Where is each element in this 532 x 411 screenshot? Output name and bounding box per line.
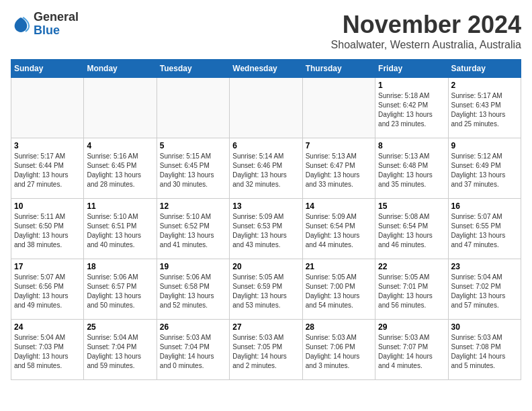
page-header: General Blue November 2024 Shoalwater, W… xyxy=(11,11,521,51)
table-row: 8Sunrise: 5:13 AM Sunset: 6:48 PM Daylig… xyxy=(375,138,448,199)
table-row: 26Sunrise: 5:03 AM Sunset: 7:04 PM Dayli… xyxy=(157,320,229,380)
day-info: Sunrise: 5:03 AM Sunset: 7:07 PM Dayligh… xyxy=(378,333,445,371)
table-row: 25Sunrise: 5:04 AM Sunset: 7:04 PM Dayli… xyxy=(84,320,157,380)
day-info: Sunrise: 5:17 AM Sunset: 6:44 PM Dayligh… xyxy=(14,152,81,189)
day-number: 26 xyxy=(160,322,226,332)
day-info: Sunrise: 5:06 AM Sunset: 6:58 PM Dayligh… xyxy=(160,273,226,310)
day-number: 23 xyxy=(451,262,518,271)
table-row: 3Sunrise: 5:17 AM Sunset: 6:44 PM Daylig… xyxy=(11,138,84,199)
day-number: 13 xyxy=(232,201,299,211)
location-title: Shoalwater, Western Australia, Australia xyxy=(331,39,521,51)
header-wednesday: Wednesday xyxy=(230,60,302,78)
day-number: 17 xyxy=(14,262,81,271)
day-info: Sunrise: 5:07 AM Sunset: 6:56 PM Dayligh… xyxy=(14,273,81,310)
day-info: Sunrise: 5:13 AM Sunset: 6:48 PM Dayligh… xyxy=(378,152,445,189)
day-number: 15 xyxy=(378,201,445,211)
header-saturday: Saturday xyxy=(448,60,521,78)
day-info: Sunrise: 5:05 AM Sunset: 6:59 PM Dayligh… xyxy=(232,273,299,310)
table-row xyxy=(157,78,229,138)
table-row: 22Sunrise: 5:05 AM Sunset: 7:01 PM Dayli… xyxy=(375,259,448,320)
day-number: 28 xyxy=(306,322,372,332)
day-number: 7 xyxy=(306,141,372,150)
day-info: Sunrise: 5:10 AM Sunset: 6:51 PM Dayligh… xyxy=(87,212,153,250)
table-row: 4Sunrise: 5:16 AM Sunset: 6:45 PM Daylig… xyxy=(84,138,157,199)
table-row: 30Sunrise: 5:03 AM Sunset: 7:08 PM Dayli… xyxy=(448,320,521,380)
day-number: 24 xyxy=(14,322,81,332)
day-info: Sunrise: 5:09 AM Sunset: 6:54 PM Dayligh… xyxy=(306,212,372,250)
table-row: 20Sunrise: 5:05 AM Sunset: 6:59 PM Dayli… xyxy=(230,259,302,320)
header-monday: Monday xyxy=(84,60,157,78)
day-info: Sunrise: 5:03 AM Sunset: 7:08 PM Dayligh… xyxy=(451,333,518,371)
table-row: 12Sunrise: 5:10 AM Sunset: 6:52 PM Dayli… xyxy=(157,199,229,259)
day-info: Sunrise: 5:08 AM Sunset: 6:54 PM Dayligh… xyxy=(378,212,445,250)
day-info: Sunrise: 5:16 AM Sunset: 6:45 PM Dayligh… xyxy=(87,152,153,189)
calendar-week-3: 10Sunrise: 5:11 AM Sunset: 6:50 PM Dayli… xyxy=(11,199,521,259)
day-info: Sunrise: 5:13 AM Sunset: 6:47 PM Dayligh… xyxy=(306,152,372,189)
day-info: Sunrise: 5:03 AM Sunset: 7:05 PM Dayligh… xyxy=(232,333,299,371)
day-info: Sunrise: 5:17 AM Sunset: 6:43 PM Dayligh… xyxy=(451,91,518,129)
day-info: Sunrise: 5:05 AM Sunset: 7:00 PM Dayligh… xyxy=(306,273,372,310)
day-number: 11 xyxy=(87,201,153,211)
table-row xyxy=(84,78,157,138)
day-number: 21 xyxy=(306,262,372,271)
calendar-table: Sunday Monday Tuesday Wednesday Thursday… xyxy=(11,59,521,380)
month-title: November 2024 xyxy=(331,11,521,39)
table-row: 15Sunrise: 5:08 AM Sunset: 6:54 PM Dayli… xyxy=(375,199,448,259)
header-tuesday: Tuesday xyxy=(157,60,229,78)
day-number: 18 xyxy=(87,262,153,271)
table-row: 23Sunrise: 5:04 AM Sunset: 7:02 PM Dayli… xyxy=(448,259,521,320)
logo-icon xyxy=(11,14,31,34)
table-row: 29Sunrise: 5:03 AM Sunset: 7:07 PM Dayli… xyxy=(375,320,448,380)
day-info: Sunrise: 5:07 AM Sunset: 6:55 PM Dayligh… xyxy=(451,212,518,250)
table-row: 19Sunrise: 5:06 AM Sunset: 6:58 PM Dayli… xyxy=(157,259,229,320)
day-info: Sunrise: 5:03 AM Sunset: 7:06 PM Dayligh… xyxy=(306,333,372,371)
day-info: Sunrise: 5:09 AM Sunset: 6:53 PM Dayligh… xyxy=(232,212,299,250)
table-row: 1Sunrise: 5:18 AM Sunset: 6:42 PM Daylig… xyxy=(375,78,448,138)
table-row xyxy=(11,78,84,138)
table-row xyxy=(302,78,375,138)
table-row: 11Sunrise: 5:10 AM Sunset: 6:51 PM Dayli… xyxy=(84,199,157,259)
day-number: 14 xyxy=(306,201,372,211)
calendar-header-row: Sunday Monday Tuesday Wednesday Thursday… xyxy=(11,60,521,78)
table-row xyxy=(230,78,302,138)
day-info: Sunrise: 5:10 AM Sunset: 6:52 PM Dayligh… xyxy=(160,212,226,250)
day-info: Sunrise: 5:04 AM Sunset: 7:04 PM Dayligh… xyxy=(87,333,153,371)
day-info: Sunrise: 5:05 AM Sunset: 7:01 PM Dayligh… xyxy=(378,273,445,310)
table-row: 10Sunrise: 5:11 AM Sunset: 6:50 PM Dayli… xyxy=(11,199,84,259)
day-number: 8 xyxy=(378,141,445,150)
day-info: Sunrise: 5:18 AM Sunset: 6:42 PM Dayligh… xyxy=(378,91,445,129)
table-row: 16Sunrise: 5:07 AM Sunset: 6:55 PM Dayli… xyxy=(448,199,521,259)
table-row: 21Sunrise: 5:05 AM Sunset: 7:00 PM Dayli… xyxy=(302,259,375,320)
logo: General Blue xyxy=(11,11,79,38)
table-row: 17Sunrise: 5:07 AM Sunset: 6:56 PM Dayli… xyxy=(11,259,84,320)
day-number: 25 xyxy=(87,322,153,332)
day-number: 10 xyxy=(14,201,81,211)
day-number: 29 xyxy=(378,322,445,332)
table-row: 27Sunrise: 5:03 AM Sunset: 7:05 PM Dayli… xyxy=(230,320,302,380)
table-row: 28Sunrise: 5:03 AM Sunset: 7:06 PM Dayli… xyxy=(302,320,375,380)
table-row: 13Sunrise: 5:09 AM Sunset: 6:53 PM Dayli… xyxy=(230,199,302,259)
day-info: Sunrise: 5:03 AM Sunset: 7:04 PM Dayligh… xyxy=(160,333,226,371)
calendar-week-5: 24Sunrise: 5:04 AM Sunset: 7:03 PM Dayli… xyxy=(11,320,521,380)
day-info: Sunrise: 5:12 AM Sunset: 6:49 PM Dayligh… xyxy=(451,152,518,189)
day-info: Sunrise: 5:04 AM Sunset: 7:02 PM Dayligh… xyxy=(451,273,518,310)
day-number: 19 xyxy=(160,262,226,271)
table-row: 18Sunrise: 5:06 AM Sunset: 6:57 PM Dayli… xyxy=(84,259,157,320)
calendar-week-1: 1Sunrise: 5:18 AM Sunset: 6:42 PM Daylig… xyxy=(11,78,521,138)
table-row: 7Sunrise: 5:13 AM Sunset: 6:47 PM Daylig… xyxy=(302,138,375,199)
day-number: 2 xyxy=(451,81,518,90)
table-row: 6Sunrise: 5:14 AM Sunset: 6:46 PM Daylig… xyxy=(230,138,302,199)
calendar-week-4: 17Sunrise: 5:07 AM Sunset: 6:56 PM Dayli… xyxy=(11,259,521,320)
day-info: Sunrise: 5:11 AM Sunset: 6:50 PM Dayligh… xyxy=(14,212,81,250)
day-number: 6 xyxy=(232,141,299,150)
day-number: 30 xyxy=(451,322,518,332)
day-number: 4 xyxy=(87,141,153,150)
day-info: Sunrise: 5:14 AM Sunset: 6:46 PM Dayligh… xyxy=(232,152,299,189)
day-number: 20 xyxy=(232,262,299,271)
table-row: 14Sunrise: 5:09 AM Sunset: 6:54 PM Dayli… xyxy=(302,199,375,259)
day-number: 27 xyxy=(232,322,299,332)
title-section: November 2024 Shoalwater, Western Austra… xyxy=(331,11,521,51)
table-row: 2Sunrise: 5:17 AM Sunset: 6:43 PM Daylig… xyxy=(448,78,521,138)
calendar-week-2: 3Sunrise: 5:17 AM Sunset: 6:44 PM Daylig… xyxy=(11,138,521,199)
day-number: 9 xyxy=(451,141,518,150)
